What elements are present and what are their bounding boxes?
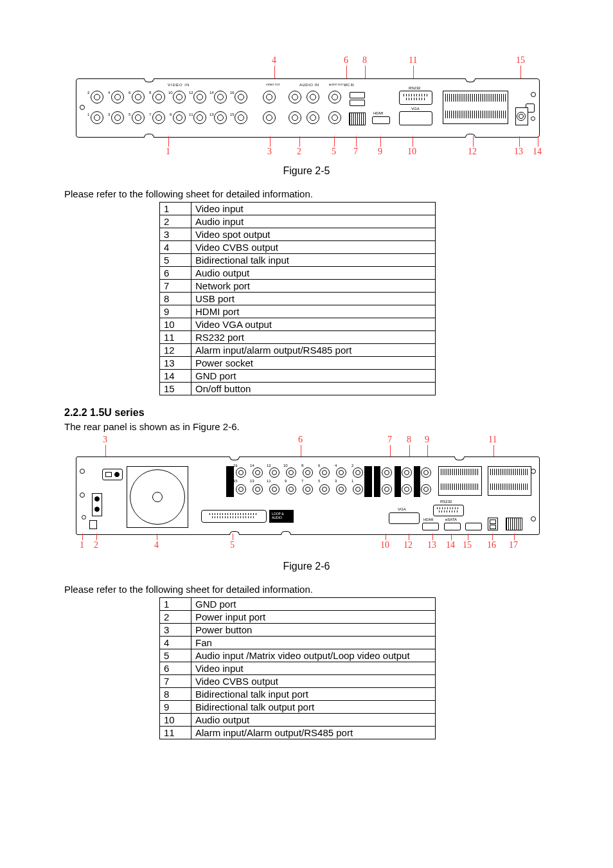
hdmi-port [422,523,439,530]
row-description: Audio input [191,215,436,228]
callout-14: 14 [446,540,455,550]
callout-1: 1 [80,540,84,550]
callout-11: 11 [409,55,417,66]
rs232-port [433,505,464,516]
callout-4: 4 [154,540,159,550]
table-row: 10Audio output [160,714,436,727]
table-row: 7Network port [160,280,436,293]
row-description: HDMI port [191,305,436,318]
section-intro: The rear panel is shown as in Figure 2-6… [64,421,549,432]
callout-14: 14 [533,147,542,157]
label-video-out: VIDEO OUT [266,83,280,86]
video-in-port [235,91,247,104]
table-row: 2Audio input [160,215,436,228]
alarm-terminal [438,466,482,496]
usb-port [350,100,365,106]
table-row: 13Power socket [160,357,436,370]
row-description: RS232 port [191,331,436,344]
row-number: 9 [160,701,191,714]
video-in-port [236,484,246,494]
callout-15: 15 [516,55,525,66]
table-figure-2-5: 1Video input2Audio input3Video spot outp… [159,202,436,395]
audio-out-port [382,484,392,494]
row-description: Fan [191,637,436,649]
video-spot-out [263,111,276,124]
figure-2-5: 4 6 8 11 15 VIDEO IN VIDEO OUT AUDIO IN [76,58,537,158]
mic-out-port [421,484,431,494]
row-description: USB port [191,293,436,305]
video-in-port [111,91,124,104]
video-in-port [236,467,246,478]
rs232-port: RS232 [399,91,432,105]
audio-out-port [328,91,341,104]
video-in-port [91,91,103,104]
video-in-port [111,111,124,124]
table-row: 3Video spot output [160,228,436,241]
power-input [92,493,102,516]
table-row: 1Video input [160,203,436,215]
callout-5: 5 [230,540,235,550]
alarm-terminal [488,466,531,496]
video-cvbs-out [382,467,392,478]
table-row: 6Audio output [160,267,436,280]
device-rear-panel-1u: VIDEO IN VIDEO OUT AUDIO IN AUDIO OUT MI… [76,78,540,138]
row-number: 11 [160,727,191,739]
video-in-port [173,111,186,124]
table-row: 6Video input [160,662,436,675]
row-description: Video CVBS output [191,241,436,254]
power-button [102,469,123,480]
callout-9: 9 [425,435,429,445]
row-number: 1 [160,598,191,611]
callout-16: 16 [487,540,496,550]
callout-13: 13 [514,147,523,157]
row-number: 10 [160,714,191,727]
esata-port [444,523,461,530]
callout-7: 7 [387,435,392,445]
video-in-port [269,484,280,494]
video-in-port [235,111,247,124]
gnd-port [82,515,86,520]
callout-10: 10 [407,147,416,157]
video-in-port [353,467,363,478]
row-number: 13 [160,357,191,370]
callout-6: 6 [298,435,303,445]
video-in-port [336,467,346,478]
usb-port [89,520,97,529]
video-in-port [152,91,165,104]
video-in-port [193,111,206,124]
audio-in-port [289,91,301,104]
loop-audio-port [201,510,267,523]
table-row: 10Video VGA output [160,318,436,331]
row-description: Video CVBS output [191,675,436,688]
vga-port [389,512,420,524]
mic-in-port [402,467,412,478]
mic-out-port [402,484,412,494]
callout-2: 2 [297,147,301,157]
network-port [506,518,522,530]
row-number: 6 [160,267,191,280]
usb-port [350,92,365,98]
video-in-port [253,467,263,478]
row-number: 2 [160,611,191,624]
video-in-port [336,484,346,494]
table-intro-2: Please refer to the following sheet for … [64,584,549,595]
row-number: 14 [160,370,191,383]
row-number: 2 [160,215,191,228]
video-in-port [132,111,145,124]
row-number: 4 [160,241,191,254]
table-figure-2-6: 1GND port2Power input port3Power button4… [159,597,436,739]
row-number: 8 [160,293,191,305]
row-description: Alarm input/alarm output/RS485 port [191,344,436,357]
video-in-port [152,111,165,124]
table-row: 8Bidirectional talk input port [160,688,436,701]
row-description: On/off button [191,383,436,395]
row-description: Video VGA output [191,318,436,331]
label-vga: VGA [398,507,406,511]
row-number: 15 [160,383,191,395]
table-row: 9HDMI port [160,305,436,318]
table-row: 3Power button [160,624,436,637]
row-description: Bidirectional talk output port [191,701,436,714]
label-hdmi: HDMI [423,518,433,521]
table-row: 11RS232 port [160,331,436,344]
video-in-port [214,111,227,124]
